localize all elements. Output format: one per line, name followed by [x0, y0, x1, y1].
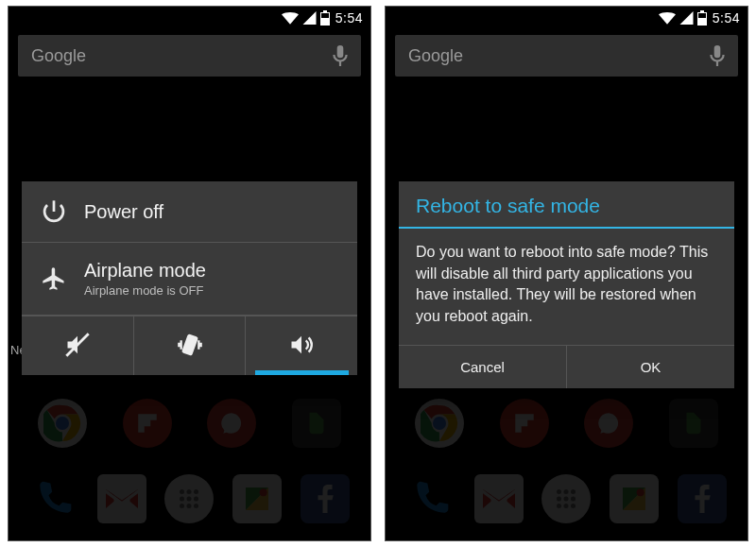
sound-on[interactable]	[246, 316, 357, 375]
sound-vibrate[interactable]	[134, 316, 247, 375]
power-menu: Power off Airplane mode Airplane mode is…	[22, 181, 357, 375]
power-off-label: Power off	[84, 201, 163, 223]
mic-icon[interactable]	[333, 45, 348, 66]
airplane-title: Airplane mode	[84, 260, 206, 282]
ok-button[interactable]: OK	[567, 346, 734, 388]
status-bar: 5:54	[9, 7, 370, 29]
search-label: Google	[31, 46, 333, 66]
signal-icon	[679, 11, 694, 25]
sound-mode-row	[22, 316, 357, 375]
airplane-mode-row[interactable]: Airplane mode Airplane mode is OFF	[22, 243, 357, 316]
clock-text: 5:54	[335, 10, 363, 26]
phone-left: 5:54 Google Ne Power off	[8, 6, 371, 541]
battery-icon	[697, 10, 707, 26]
wifi-icon	[282, 11, 299, 25]
cancel-button[interactable]: Cancel	[399, 346, 567, 388]
dialog-title: Reboot to safe mode	[399, 181, 734, 227]
power-off-row[interactable]: Power off	[22, 181, 357, 243]
google-search-bar[interactable]: Google	[18, 35, 361, 77]
svg-rect-14	[182, 335, 197, 355]
wifi-icon	[659, 11, 676, 25]
search-label: Google	[408, 46, 710, 66]
safe-mode-dialog: Reboot to safe mode Do you want to reboo…	[399, 181, 734, 388]
battery-icon	[320, 10, 330, 26]
phone-right: 5:54 Google Reboot to safe mode Do you w…	[385, 6, 748, 541]
svg-rect-15	[698, 13, 706, 18]
status-bar: 5:54	[386, 7, 747, 29]
clock-text: 5:54	[713, 10, 740, 26]
power-icon	[41, 198, 67, 225]
airplane-icon	[41, 265, 67, 292]
svg-rect-0	[321, 13, 329, 18]
signal-icon	[302, 11, 317, 25]
sound-silent[interactable]	[22, 316, 134, 375]
dialog-body: Do you want to reboot into safe mode? Th…	[399, 229, 734, 345]
airplane-subtitle: Airplane mode is OFF	[84, 283, 206, 298]
mic-icon[interactable]	[710, 45, 725, 66]
google-search-bar[interactable]: Google	[395, 35, 738, 77]
dialog-button-bar: Cancel OK	[399, 345, 734, 388]
